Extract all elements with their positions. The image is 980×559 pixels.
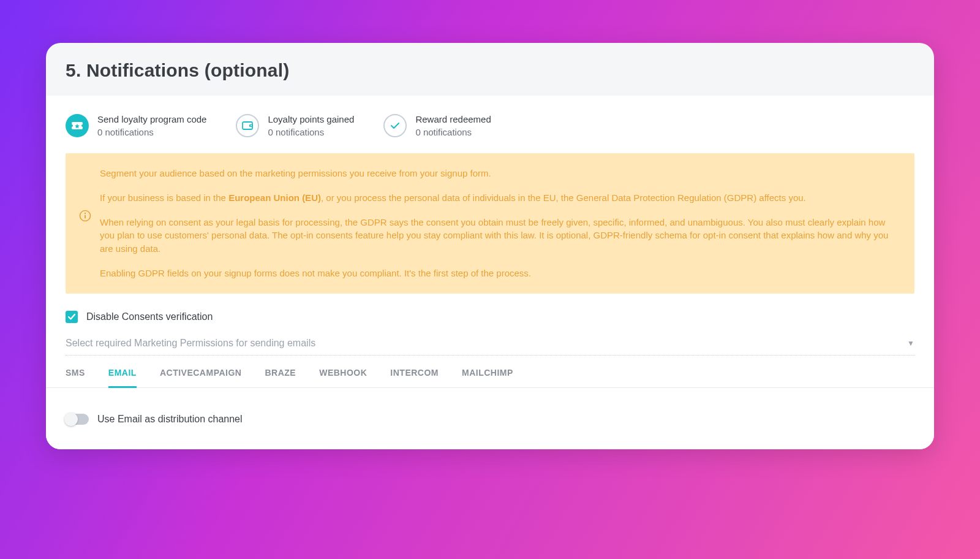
stat-value: 0 notifications [97, 126, 206, 139]
svg-rect-6 [85, 215, 86, 219]
section-content: Send loyalty program code 0 notification… [46, 96, 934, 449]
stat-label: Send loyalty program code [97, 113, 206, 126]
stat-text: Loyalty points gained 0 notifications [268, 113, 354, 139]
tab-sms[interactable]: SMS [66, 368, 85, 388]
stat-label: Loyalty points gained [268, 113, 354, 126]
banner-paragraph: Segment your audience based on the marke… [100, 167, 900, 180]
stat-loyalty-code[interactable]: Send loyalty program code 0 notification… [66, 113, 206, 139]
channel-tabs: SMSEMAILACTIVECAMPAIGNBRAZEWEBHOOKINTERC… [46, 357, 934, 388]
gdpr-info-banner: Segment your audience based on the marke… [66, 153, 914, 294]
toggle-label: Use Email as distribution channel [97, 414, 243, 425]
email-channel-toggle-row: Use Email as distribution channel [46, 388, 934, 425]
stat-label: Reward redeemed [415, 113, 491, 126]
tab-braze[interactable]: BRAZE [265, 368, 296, 388]
notification-stats-row: Send loyalty program code 0 notification… [46, 113, 934, 153]
stat-text: Reward redeemed 0 notifications [415, 113, 491, 139]
svg-point-3 [251, 125, 252, 126]
check-icon [383, 114, 407, 137]
stat-value: 0 notifications [268, 126, 354, 139]
checkbox-label: Disable Consents verification [86, 311, 213, 322]
ticket-icon [66, 114, 89, 137]
stat-value: 0 notifications [415, 126, 491, 139]
wallet-icon [236, 114, 259, 137]
section-title: 5. Notifications (optional) [66, 60, 914, 81]
banner-paragraph: When relying on consent as your legal ba… [100, 216, 900, 256]
info-icon [79, 210, 91, 222]
notifications-section: 5. Notifications (optional) Send loyalty… [46, 43, 934, 449]
tab-webhook[interactable]: WEBHOOK [319, 368, 367, 388]
banner-paragraph: Enabling GDPR fields on your signup form… [100, 267, 900, 280]
banner-paragraph: If your business is based in the Europea… [100, 191, 900, 205]
chevron-down-icon: ▼ [907, 339, 914, 348]
stat-text: Send loyalty program code 0 notification… [97, 113, 206, 139]
stat-points-gained[interactable]: Loyalty points gained 0 notifications [236, 113, 354, 139]
svg-point-5 [85, 213, 86, 214]
tab-email[interactable]: EMAIL [108, 368, 137, 388]
checkmark-icon [67, 313, 76, 321]
marketing-permissions-select[interactable]: Select required Marketing Permissions fo… [66, 338, 914, 356]
disable-consents-row: Disable Consents verification [46, 294, 934, 338]
disable-consents-checkbox[interactable] [66, 311, 78, 323]
tab-activecampaign[interactable]: ACTIVECAMPAIGN [160, 368, 242, 388]
select-placeholder: Select required Marketing Permissions fo… [66, 338, 315, 349]
stat-reward-redeemed[interactable]: Reward redeemed 0 notifications [383, 113, 491, 139]
email-channel-toggle[interactable] [66, 414, 89, 425]
tab-mailchimp[interactable]: MAILCHIMP [462, 368, 513, 388]
toggle-knob [64, 413, 78, 426]
tab-intercom[interactable]: INTERCOM [390, 368, 439, 388]
